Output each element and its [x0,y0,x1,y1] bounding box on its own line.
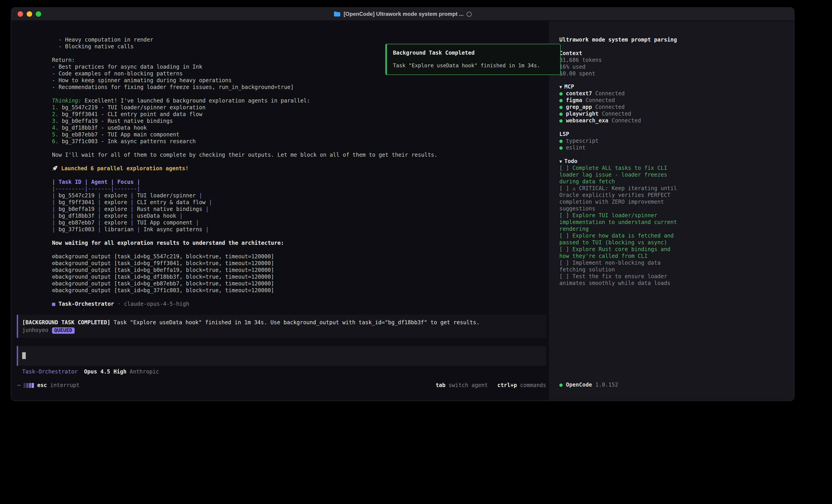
text-segment: Now I'll wait for all of them to complet… [52,152,438,158]
todo-text: Explore Rust core bindings and how they'… [560,246,670,259]
todo-text: Complete ALL tasks to fix CLI loader lag… [560,165,667,185]
status-bar-left: ⋯ esc interrupt [17,382,80,388]
lsp-item: ● typescript [560,138,794,144]
terminal-line: | bg_eb87ebb7 | explore | TUI App compon… [52,220,549,226]
text-segment: 1. [52,104,62,111]
lsp-item: ● eslint [560,144,794,151]
rocket-icon [52,165,58,172]
text-segment: CLI entry & data flow [137,199,206,205]
todo-item: [ ] ⚠ CRITICAL: Keep iterating until Ora… [560,185,680,212]
text-segment: | Task ID | Agent | Focus | [52,179,140,185]
mcp-name: playwright [566,111,602,117]
terminal-line: 1. bg_5547c219 - TUI loader/spinner expl… [52,104,549,111]
text-segment: useData hook [137,213,176,219]
text-segment: TUI loader/spinner [137,192,196,199]
text-segment: background_output [task_id=bg_eb87ebb7, … [55,280,274,287]
close-button[interactable] [18,11,23,17]
titlebar[interactable]: [OpenCode] Ultrawork mode system prompt … [11,8,794,21]
mcp-item: ● figma Connected [560,97,794,104]
terminal-line [52,159,549,165]
mcp-name: websearch_exa [566,117,612,124]
minimize-button[interactable] [27,11,32,17]
text-segment: background_output [task_id=bg_f9ff3041, … [55,260,274,267]
text-segment: bg_eb87ebb7 [58,220,95,226]
chevron-down-icon: ▼ [560,84,562,89]
terminal-lines: - Heavy computation in render - Blocking… [52,36,549,308]
text-segment: | [127,199,137,205]
text-segment: explore [104,206,127,212]
terminal-line: - How to keep spinner animating during h… [52,77,549,84]
text-segment: bg_37f1c003 - Ink async patterns researc… [62,138,196,144]
status-bar: ⋯ esc interrupt tab switch agent ctrl+p … [17,382,546,388]
text-segment: librarian [104,226,134,232]
sidebar: Ultrawork mode system prompt parsing Con… [549,21,794,401]
context-heading: Context [560,50,794,57]
text-segment: - Code examples of non-blocking patterns [52,71,183,77]
terminal-line: ⚙background_output [task_id=bg_37f1c003,… [52,287,549,294]
terminal-line: |---------|-------|-------| [52,186,549,192]
text-segment: bg_f9ff3041 - CLI entry point and data f… [62,111,202,117]
text-segment: ⚙ [52,287,55,293]
todo-checkbox: [ ] [560,212,572,219]
todo-item: [ ] Explore how data is fetched and pass… [560,232,680,246]
text-segment: explore [104,192,127,199]
text-segment: | [202,226,209,232]
app-window: [OpenCode] Ultrawork mode system prompt … [11,7,795,401]
spinner-block [32,383,34,388]
text-segment: | [52,206,58,212]
text-segment: 5. [52,132,62,138]
folder-icon [334,11,340,17]
zoom-button[interactable] [36,11,41,17]
text-segment: ■ [52,301,58,307]
tab-key-label: switch agent [448,382,488,388]
mcp-name: figma [566,97,586,104]
text-segment: | [95,206,104,212]
text-segment: | [176,213,183,219]
text-segment: | [127,206,137,212]
mcp-status: Connected [602,111,631,117]
terminal-line: 3. bg_b0effa19 - Rust native bindings [52,118,549,124]
text-segment: Excellent! I've launched 6 background ex… [81,97,310,104]
text-segment: 3. [52,118,62,124]
terminal-line [52,294,549,301]
text-segment: | [95,213,104,219]
text-segment: explore [104,213,127,219]
ctrlp-key-label: commands [520,382,546,388]
todo-checkbox: [ ] [560,273,572,280]
todo-heading[interactable]: ▼Todo [560,158,794,165]
mcp-heading[interactable]: ▼MCP [560,84,794,90]
terminal-line: ⚙background_output [task_id=bg_5547c219,… [52,253,549,260]
terminal-line [52,247,549,253]
text-segment: - Blocking native calls [52,44,134,50]
ctrlp-key-hint: ctrl+p [497,382,517,388]
notification-toast[interactable]: Background Task Completed Task "Explore … [385,44,561,75]
terminal-line: | bg_f9ff3041 | explore | CLI entry & da… [52,199,549,206]
todo-checkbox: [ ] [560,232,572,239]
text-segment: - Best practices for async data loading … [52,64,202,70]
text-segment: | [52,213,58,219]
prompt-input[interactable] [17,346,546,366]
terminal-line: 2. bg_f9ff3041 - CLI entry point and dat… [52,111,549,118]
agent-name: Task-Orchestrator [22,368,78,375]
terminal-line: Launched 6 parallel exploration agents! [52,165,549,172]
sidebar-footer: ● OpenCode 1.0.152 [560,382,618,388]
context-tokens: 31,686 tokens [560,57,794,64]
text-segment: Thinking: [52,97,81,104]
context-spent: $0.00 spent [560,71,794,77]
text-segment: explore [104,220,127,226]
todo-text: Explore TUI loader/spinner implementatio… [560,212,677,232]
mcp-name: grep_app [566,104,595,110]
todo-text: Test the fix to ensure loader animates s… [560,273,670,286]
terminal-line: ■ Task-Orchestrator · claude-opus-4-5-hi… [52,301,549,308]
esc-key-hint: esc [37,382,47,388]
window-content: - Heavy computation in render - Blocking… [11,21,794,401]
text-segment: bg_b0effa19 - Rust native bindings [62,118,173,124]
text-segment: TUI App component [137,220,192,226]
notification-title: Background Task Completed [393,50,554,56]
todo-item: [ ] Test the fix to ensure loader animat… [560,273,680,287]
mcp-status: Connected [595,104,625,110]
window-title: [OpenCode] Ultrawork mode system prompt … [334,11,472,17]
text-segment: background_output [task_id=bg_37f1c003, … [55,287,274,293]
brand-name: OpenCode [566,382,592,388]
terminal-line: ⚙background_output [task_id=bg_b0effa19,… [52,267,549,274]
